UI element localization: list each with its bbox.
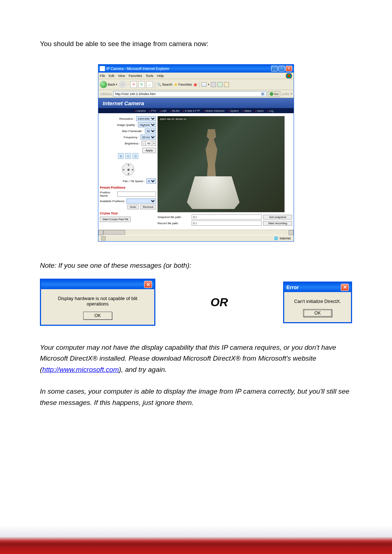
scroll-right-arrow[interactable]: [289, 230, 294, 235]
windows-logo-icon: [286, 73, 292, 78]
edit-icon[interactable]: [217, 82, 222, 87]
dialog-message: Can't initialize DirectX.: [291, 299, 344, 304]
start-recording-button[interactable]: Start recording: [263, 221, 292, 226]
nav-log[interactable]: Log: [267, 110, 273, 112]
quality-select[interactable]: Highest: [138, 122, 156, 127]
frequency-select[interactable]: 60 Hz: [140, 135, 156, 140]
nav-users[interactable]: Users: [255, 110, 264, 112]
framerate-label: Max Framerate :: [100, 130, 143, 133]
cruise-tour-heading: Cruise Tour: [100, 212, 156, 215]
camera-header: Internet Camera: [98, 98, 294, 108]
nav-email-ftp[interactable]: E-Mail & FTP: [183, 110, 200, 112]
explanation-paragraph-2: In some cases, your computer is able to …: [40, 386, 352, 408]
nav-status[interactable]: Status: [242, 110, 252, 112]
video-timestamp: 2007-09-22 20:00:11: [159, 117, 188, 121]
brightness-minus[interactable]: -: [142, 141, 146, 146]
position-name-input[interactable]: [117, 192, 156, 197]
close-button[interactable]: ✕: [286, 66, 292, 71]
ptz-control-pad[interactable]: [122, 163, 134, 176]
record-path-label: Record file path:: [158, 222, 190, 225]
nav-wlan[interactable]: WLAN: [170, 110, 180, 112]
menu-file[interactable]: File: [100, 74, 105, 78]
zoom-reset-icon[interactable]: ⊙: [125, 153, 131, 159]
get-snapshot-button[interactable]: Get snapshot: [263, 215, 292, 219]
scroll-thumb[interactable]: [103, 230, 125, 235]
microsoft-link[interactable]: http://www.microsoft.com: [42, 366, 119, 373]
record-path-input[interactable]: [192, 221, 262, 226]
zoom-in-icon[interactable]: ⊕: [118, 153, 124, 159]
maximize-button[interactable]: □: [278, 66, 285, 71]
messenger-icon[interactable]: [224, 82, 229, 87]
resolution-select[interactable]: 640X480: [136, 116, 156, 121]
preset-positions-heading: Preset Positions: [100, 186, 156, 189]
stop-button[interactable]: ✕: [130, 81, 137, 88]
page-status-icon: [101, 236, 106, 241]
nav-camera[interactable]: Camera: [135, 110, 146, 112]
back-button[interactable]: ← Back▾: [100, 81, 117, 88]
refresh-button[interactable]: ↻: [138, 81, 145, 88]
dialog-close-button[interactable]: ✕: [144, 281, 152, 288]
video-content-lamp: [187, 176, 240, 209]
go-button[interactable]: → Go: [268, 91, 280, 97]
minimize-button[interactable]: _: [271, 66, 278, 71]
go-arrow-icon: →: [270, 92, 273, 96]
horizontal-scrollbar[interactable]: [98, 230, 294, 235]
explanation-paragraph-1: Your computer may not have the display c…: [40, 342, 352, 375]
intro-text: You should be able to see the image from…: [40, 40, 352, 48]
snapshot-path-input[interactable]: [192, 214, 262, 219]
available-positions-select[interactable]: [126, 198, 156, 204]
nav-lan[interactable]: LAN: [160, 110, 167, 112]
quality-label: Image Quality :: [100, 123, 136, 127]
address-bar: Address http://192.168.2.2/index.htm v →…: [98, 90, 294, 98]
mail-icon[interactable]: [201, 82, 207, 87]
ok-button[interactable]: OK: [303, 309, 332, 317]
forward-button[interactable]: →: [119, 81, 126, 88]
camera-navbar: Camera PTZ LAN WLAN E-Mail & FTP Motion …: [98, 108, 294, 113]
note-text: Note: If you see one of these messages (…: [40, 262, 352, 270]
links-label[interactable]: Links: [282, 92, 289, 96]
frequency-label: Frequency :: [100, 136, 139, 139]
brightness-plus[interactable]: +: [152, 141, 156, 146]
pantilt-speed-select[interactable]: 4: [146, 178, 156, 184]
brightness-value: 45: [146, 141, 152, 146]
blit-error-dialog: ✕ Display hardware is not capable of bli…: [40, 279, 155, 326]
scroll-left-arrow[interactable]: [98, 230, 103, 235]
ie-app-icon: [100, 66, 105, 71]
ie-browser-window: IP Camera - Microsoft Internet Explorer …: [98, 64, 294, 242]
remove-button[interactable]: Remove: [140, 205, 156, 209]
camera-settings-panel: Resolution :640X480 Image Quality :Highe…: [100, 116, 156, 227]
goto-button[interactable]: Goto: [127, 205, 139, 209]
menu-tools[interactable]: Tools: [146, 74, 153, 78]
menu-help[interactable]: Help: [157, 74, 164, 78]
menu-edit[interactable]: Edit: [109, 74, 115, 78]
zoom-out-icon[interactable]: ⊖: [132, 153, 138, 159]
search-button[interactable]: 🔍Search: [157, 83, 172, 86]
url-field[interactable]: http://192.168.2.2/index.htm v: [113, 91, 266, 97]
nav-system[interactable]: System: [228, 110, 239, 112]
home-button[interactable]: ⌂: [146, 81, 153, 88]
dialog-message: Display hardware is not capable of blit …: [48, 296, 148, 307]
ie-toolbar: ← Back▾ → ▾ ✕ ↻ ⌂ | 🔍Search ★Favorites ◉…: [98, 79, 294, 90]
framerate-select[interactable]: 30: [145, 128, 156, 134]
apply-button[interactable]: Apply: [142, 148, 156, 153]
back-arrow-icon: ←: [100, 81, 107, 88]
page-footer-graphic: [0, 525, 392, 554]
nav-ptz[interactable]: PTZ: [149, 110, 156, 112]
nav-motion[interactable]: Motion Detection: [204, 110, 225, 112]
position-name-label: Position Name:: [100, 191, 116, 197]
start-cruise-button[interactable]: Start Cruise Pan/Tilt: [100, 217, 131, 222]
favorites-button[interactable]: ★Favorites: [174, 82, 192, 87]
print-icon[interactable]: [211, 82, 216, 87]
directx-error-dialog: Error ✕ Can't initialize DirectX. OK: [283, 282, 352, 323]
snapshot-path-label: Snapshot file path:: [158, 216, 190, 219]
resolution-label: Resolution :: [100, 117, 135, 120]
camera-video-feed: 2007-09-22 20:00:11: [158, 116, 285, 212]
menu-favorites[interactable]: Favorites: [128, 74, 142, 78]
dialog-close-button[interactable]: ✕: [341, 284, 349, 291]
ie-window-title: IP Camera - Microsoft Internet Explorer: [106, 67, 271, 71]
address-label: Address: [100, 92, 112, 96]
available-positions-label: Available Positions:: [100, 200, 125, 203]
ok-button[interactable]: OK: [83, 312, 112, 320]
menu-view[interactable]: View: [118, 74, 125, 78]
media-button[interactable]: ◉: [193, 82, 197, 87]
